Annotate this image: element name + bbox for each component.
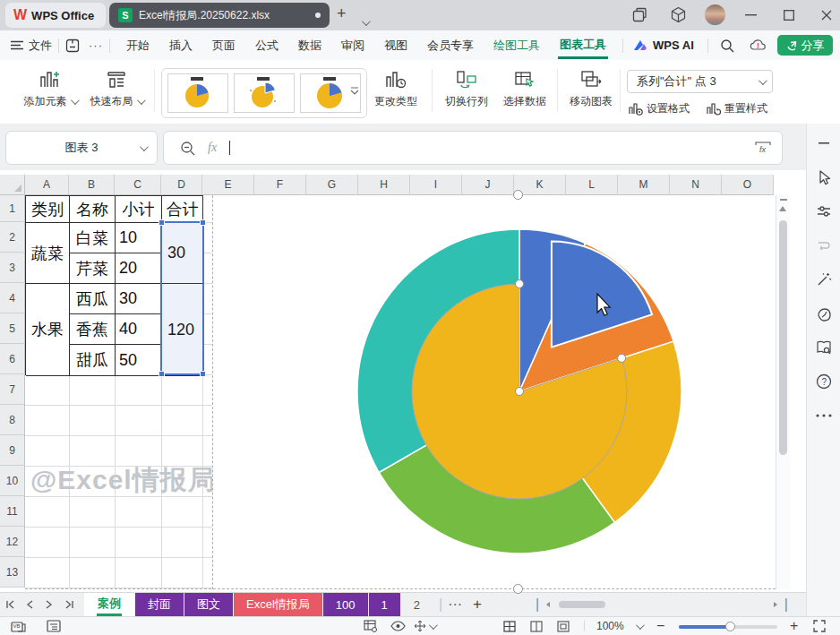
move-chart-button[interactable]: 移动图表	[562, 69, 620, 109]
row-header[interactable]: 5	[0, 313, 25, 344]
column-header[interactable]: D	[161, 175, 202, 195]
horizontal-scrollbar[interactable]: | |	[536, 597, 788, 612]
column-header[interactable]: E	[202, 175, 254, 195]
select-cursor-icon[interactable]	[813, 167, 835, 188]
file-menu[interactable]: 文件	[11, 38, 52, 54]
row-header[interactable]: 6	[0, 344, 25, 374]
menu-item[interactable]: 审阅	[331, 38, 374, 54]
header-cell-category[interactable]: 类别	[26, 196, 70, 223]
row-header[interactable]: 10	[0, 466, 25, 496]
eye-icon[interactable]	[390, 619, 406, 633]
header-cell-name[interactable]: 名称	[70, 196, 116, 223]
zoom-out-button[interactable]: −	[656, 619, 664, 633]
pie-chart[interactable]	[212, 195, 776, 589]
menu-item[interactable]: 插入	[159, 38, 202, 54]
menu-item[interactable]: 数据	[288, 38, 331, 54]
row-header[interactable]: 3	[0, 253, 25, 283]
add-sheet-button[interactable]: +	[473, 593, 482, 616]
last-sheet-icon[interactable]	[59, 593, 79, 616]
sheet-tab[interactable]: 100	[323, 593, 368, 616]
macro-record-icon[interactable]: VB	[11, 619, 27, 633]
switch-row-col-button[interactable]: 切换行列	[438, 69, 495, 109]
sheet-tab[interactable]: Excel情报局	[234, 593, 322, 616]
collapse-ribbon-icon[interactable]	[813, 133, 835, 154]
first-sheet-icon[interactable]	[0, 593, 20, 616]
column-header[interactable]: J	[462, 175, 514, 195]
header-cell-subtotal[interactable]: 小计	[116, 196, 162, 223]
wps-ai-label[interactable]: WPS AI	[653, 39, 694, 52]
cloud-warning-icon[interactable]: !	[749, 38, 768, 54]
zoom-level-label[interactable]: 100%	[596, 619, 624, 633]
column-header[interactable]: G	[306, 175, 358, 195]
zoom-chevron-icon[interactable]	[636, 621, 645, 630]
row-header[interactable]: 4	[0, 283, 25, 313]
eco-hand-icon[interactable]	[813, 303, 835, 324]
change-type-button[interactable]: 更改类型	[367, 69, 424, 109]
cell-name[interactable]: 甜瓜	[70, 345, 116, 376]
sheet-tab[interactable]: 图文	[184, 593, 233, 616]
user-avatar[interactable]	[705, 4, 725, 25]
set-format-button[interactable]: 设置格式	[628, 101, 690, 116]
column-header[interactable]: A	[25, 175, 69, 195]
cell-name[interactable]: 西瓜	[70, 284, 116, 314]
fullscreen-icon[interactable]	[813, 619, 826, 633]
menu-item[interactable]: 公式	[245, 38, 288, 54]
cell-subtotal[interactable]: 40	[116, 314, 162, 345]
cell-name[interactable]: 白菜	[70, 223, 116, 253]
chart-style-2[interactable]	[234, 73, 295, 113]
selection-handle[interactable]	[200, 219, 206, 226]
window-stack-icon[interactable]	[632, 7, 647, 22]
more-sheets-button[interactable]: ···	[448, 593, 462, 616]
maximize-button[interactable]	[784, 10, 794, 21]
menu-item[interactable]: 视图	[374, 38, 417, 54]
row-header[interactable]: 13	[0, 557, 25, 588]
minimize-button[interactable]	[745, 14, 757, 16]
page-break-view-icon[interactable]	[557, 619, 570, 633]
row-header[interactable]: 8	[0, 405, 25, 435]
menu-item-draw-tools[interactable]: 绘图工具	[484, 38, 550, 54]
row-header[interactable]: 12	[0, 527, 25, 557]
cell-category-vegetable[interactable]: 蔬菜	[26, 223, 70, 284]
search-icon[interactable]	[720, 39, 734, 53]
range-selection-d2-d6[interactable]	[160, 221, 204, 375]
horizontal-scroll-thumb[interactable]	[559, 601, 605, 608]
magic-wand-icon[interactable]	[813, 269, 835, 290]
vertical-scrollbar[interactable]	[776, 195, 790, 589]
row-header[interactable]: 11	[0, 496, 25, 527]
selection-handle[interactable]	[200, 371, 206, 377]
add-element-button[interactable]: 添加元素	[16, 69, 84, 109]
sheet-tab[interactable]: 封面	[135, 593, 184, 616]
scroll-up-icon[interactable]	[779, 206, 786, 211]
zoom-slider-knob[interactable]	[725, 622, 735, 631]
tab-list-chevron-icon[interactable]	[362, 17, 371, 26]
document-tab[interactable]: S Excel情报局.20250622.xlsx	[109, 3, 330, 28]
row-header[interactable]: 7	[0, 374, 25, 405]
header-cell-total[interactable]: 合计	[162, 196, 203, 223]
cell-subtotal[interactable]: 20	[116, 253, 162, 284]
menu-item[interactable]: 开始	[116, 38, 159, 54]
chart-style-1[interactable]	[167, 73, 228, 113]
save-icon[interactable]	[65, 39, 80, 53]
chart-resize-handle-bottom[interactable]	[513, 584, 523, 594]
name-box[interactable]: 图表 3	[5, 131, 158, 165]
column-header[interactable]: B	[69, 175, 115, 195]
scroll-left-icon[interactable]	[544, 601, 552, 608]
select-data-button[interactable]: 选择数据	[496, 69, 553, 109]
column-header[interactable]: O	[722, 175, 774, 195]
select-all-corner[interactable]	[0, 175, 25, 195]
menu-item[interactable]: 页面	[202, 38, 245, 54]
column-header[interactable]: M	[618, 175, 670, 195]
move-anchor-icon[interactable]	[414, 619, 435, 633]
quick-layout-button[interactable]: 快速布局	[82, 69, 150, 109]
close-button[interactable]	[821, 10, 832, 21]
chart-resize-handle-top[interactable]	[513, 190, 523, 200]
cell-subtotal[interactable]: 50	[116, 345, 162, 376]
help-icon[interactable]: ?	[813, 371, 835, 392]
scroll-right-icon[interactable]	[772, 601, 779, 608]
zoom-in-button[interactable]: +	[790, 619, 798, 633]
row-header[interactable]: 9	[0, 435, 25, 466]
more-menu-icon[interactable]: ···	[89, 39, 103, 52]
row-header[interactable]: 2	[0, 222, 25, 253]
expand-formula-bar-icon[interactable]: fx	[755, 142, 771, 154]
cell-subtotal[interactable]: 10	[116, 223, 162, 253]
